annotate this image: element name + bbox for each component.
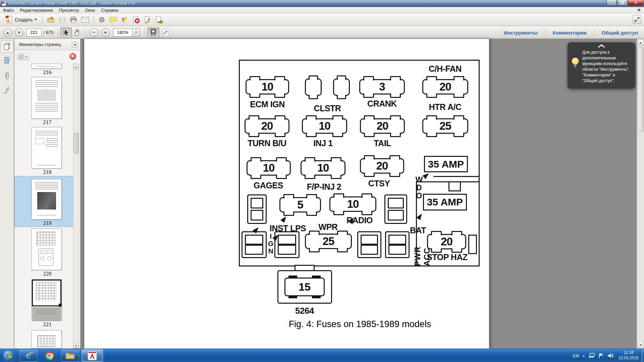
fuse-label: GAGES [243,181,293,190]
zoom-dropdown-button[interactable]: ▼ [132,28,140,37]
page-green-arrow-icon [155,16,163,23]
document-scrollbar[interactable]: ▲ ▼ [637,39,644,349]
panel-scroll-down-button[interactable]: ▼ [73,343,79,348]
folder-open-icon [47,16,55,23]
close-button[interactable]: ✕ [628,0,643,6]
print-button[interactable] [68,15,79,25]
minimize-button[interactable]: — [606,0,617,6]
panel-scrollbar[interactable]: ▲ ▼ [73,64,79,349]
fuse-block [357,231,381,258]
settings-button[interactable] [96,15,107,25]
fuse-block [385,231,410,258]
share-panel-button[interactable]: Общий доступ [594,30,639,36]
title-bar[interactable]: Chevrolet Camaro Repair Guide 1982-1992.… [0,0,644,7]
language-indicator[interactable]: EN [573,353,579,358]
fuse-inst-lps: 5 [279,197,321,213]
tray-time: 11:24 [619,350,639,356]
fuse-gages: 10 [247,160,291,176]
attachments-tab[interactable] [1,70,13,82]
menu-window[interactable]: Окно [82,7,98,13]
tools-panel-button[interactable]: Инструменты [496,30,545,36]
signature-pen-icon [3,87,11,94]
comments-panel-button[interactable]: Комментарии [545,30,594,36]
delete-pages-button[interactable] [130,15,142,25]
thumbnail-page-number: 219 [14,220,80,227]
close-menu-icon[interactable]: ✕ [637,8,641,12]
create-button[interactable]: Создать [3,14,40,25]
thumbnails-tab[interactable] [1,41,13,53]
thumbnail-options-button[interactable]: ▼ [17,53,29,60]
scrollbar-thumb[interactable] [638,48,644,131]
fuse-htr-ac: 25 [422,118,468,134]
save-button[interactable] [57,15,68,25]
page-number-input[interactable] [26,28,42,37]
zoom-out-button[interactable]: − [90,28,98,37]
taskbar-item-ie[interactable]: e [19,350,38,362]
highlighter-icon: T [121,16,128,23]
fuse-label: TURN B/U [242,139,292,147]
connector-contact [288,276,297,279]
options-list-icon [19,54,24,59]
fuse-label: WPR [311,223,345,231]
action-center-flag-icon[interactable] [598,353,604,359]
menu-edit[interactable]: Редактирование [17,7,56,13]
scroll-mode-button[interactable] [147,27,159,38]
diagram-line [433,176,479,177]
collapse-panel-button[interactable]: ◀ [72,42,77,48]
sign-document-button[interactable] [142,15,153,25]
email-button[interactable] [79,15,91,25]
panel-divider[interactable] [80,39,80,349]
export-button[interactable] [153,15,165,25]
page-thumbnail-selected[interactable] [32,179,62,220]
open-file-button[interactable] [45,15,57,25]
fit-page-button[interactable] [159,27,171,38]
show-hidden-icons-button[interactable]: ▲ [582,354,585,357]
restore-icon [621,1,624,4]
fuse-block [241,231,267,258]
scroll-up-button[interactable]: ▲ [638,39,644,46]
taskbar-item-chrome[interactable] [40,350,58,362]
chevron-up-icon[interactable] [597,44,605,48]
network-icon[interactable] [588,353,595,359]
scroll-down-button[interactable]: ▼ [638,342,644,348]
highlight-button[interactable]: T [119,15,130,25]
fuse-label: CTSY [354,179,404,188]
panel-scroll-up-button[interactable]: ▲ [73,64,79,69]
restore-button[interactable] [617,0,628,6]
signatures-tab[interactable] [1,84,13,97]
select-tool-button[interactable] [60,27,72,38]
previous-page-button[interactable]: ▲ [3,28,12,37]
menu-file[interactable]: Файл [0,7,17,13]
next-page-button[interactable]: ▼ [15,28,23,37]
volume-icon[interactable] [607,353,614,359]
page-thumbnail[interactable] [32,127,62,169]
delete-page-icon [132,16,140,23]
page-thumbnail[interactable] [32,77,62,119]
navigation-pane-strip [0,39,14,349]
taskbar-item-acrobat[interactable] [82,350,103,362]
chevron-down-icon [35,19,37,22]
page-thumbnail[interactable] [32,229,62,270]
bookmarks-tab[interactable] [1,55,13,67]
fuse-inj1: 10 [302,118,347,134]
page-thumbnail[interactable] [32,330,62,349]
menu-help[interactable]: Справка [98,7,121,13]
customize-toolbar-button[interactable] [633,15,641,24]
zoom-level-value[interactable]: 182% [113,28,132,37]
fuse-block [384,194,407,224]
connector-contact [312,276,321,279]
zoom-in-button[interactable]: + [101,28,110,37]
menu-view[interactable]: Просмотр [56,7,82,13]
internet-explorer-icon: e [26,351,31,361]
comment-button[interactable] [107,15,119,25]
hand-tool-button[interactable] [72,27,83,38]
page-thumbnail-current[interactable] [32,279,62,321]
show-desktop-button[interactable] [640,349,644,362]
close-panel-button[interactable]: ✕ [69,53,76,60]
taskbar-item-explorer[interactable] [61,350,79,362]
panel-scrollbar-thumb[interactable] [74,133,78,154]
breaker-35amp-2: 35 AMP [423,194,467,210]
page-thumbnail[interactable] [32,64,62,69]
clock[interactable]: 11:24 13.03.2015 [619,350,639,361]
start-button[interactable] [3,350,14,361]
